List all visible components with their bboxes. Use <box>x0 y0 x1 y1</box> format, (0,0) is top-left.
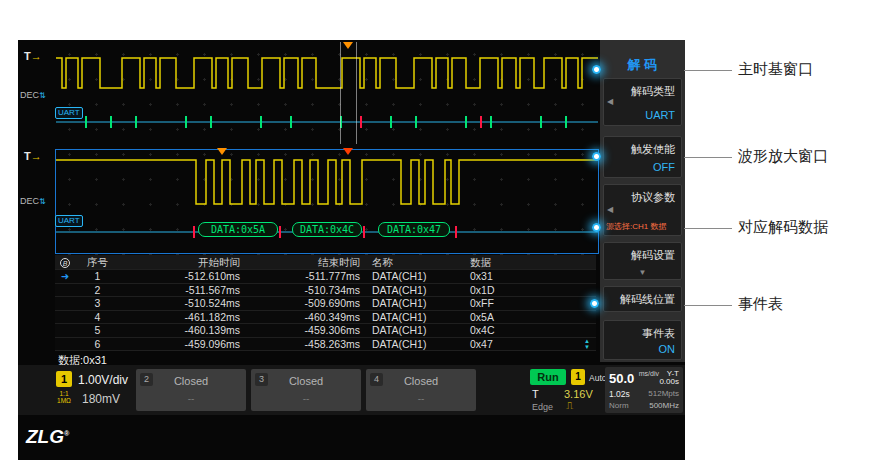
event-table-row[interactable]: 3-510.524ms-509.690msDATA(CH1)0xFF <box>55 297 596 311</box>
column-header: 结束时间 <box>248 255 368 269</box>
updown-icon: ⇅ <box>39 197 46 206</box>
channel-state-label: Closed <box>251 375 361 387</box>
sweep-mode-label: Auto <box>589 373 607 383</box>
menu-item-6[interactable]: 事件表ON <box>603 320 682 360</box>
updown-icon: ⇅ <box>39 91 46 100</box>
decode-bubble: DATA:0x5A <box>198 222 278 237</box>
trigger-arrow-icon: → <box>31 50 42 62</box>
menu-item-4[interactable]: 解码设置▼ <box>603 242 682 280</box>
zoom-region-left-line <box>340 42 341 144</box>
column-header: 序号 <box>75 255 120 269</box>
oscilloscope-screen: DATA:0x5ADATA:0x4CDATA:0x47 T→ DEC⇅ UART… <box>18 40 685 460</box>
event-table-row[interactable]: ➜1-512.610ms-511.777msDATA(CH1)0x31 <box>55 270 596 284</box>
dropdown-arrow-icon: ▼ <box>604 268 681 277</box>
status-bar: 1 1.00V/div 1:11MΩ 180mV 2Closed--3Close… <box>18 365 685 415</box>
callout-line <box>684 228 732 229</box>
decode-channel-label-zoom: DEC⇅ <box>20 196 46 206</box>
bus-icon: B <box>60 258 70 268</box>
event-table: B序号开始时间结束时间名称数据➜1-512.610ms-511.777msDAT… <box>55 255 596 351</box>
table-cell: 0x31 <box>466 270 596 283</box>
table-cell: 4 <box>75 311 120 324</box>
trigger-arrow-icon: → <box>31 150 42 162</box>
table-cell: -511.777ms <box>248 270 368 283</box>
table-cell: DATA(CH1) <box>368 270 466 283</box>
callout-label: 事件表 <box>738 295 783 314</box>
trigger-t-label: T <box>532 388 539 400</box>
menu-item-label: 触发使能 <box>631 142 675 157</box>
trigger-position-marker-icon[interactable] <box>343 42 353 49</box>
menu-item-2[interactable]: 触发使能OFF <box>603 136 682 178</box>
table-scroll-icon[interactable]: ▲▼ <box>584 338 590 350</box>
channel-value: -- <box>251 393 361 404</box>
callout-dot-main-window <box>592 65 601 74</box>
trigger-indicator-main: T→ <box>24 50 42 62</box>
channel-4-block[interactable]: 4Closed-- <box>366 369 476 411</box>
callout-label: 对应解码数据 <box>738 218 828 237</box>
table-cell: 6 <box>75 338 120 351</box>
column-header: 开始时间 <box>120 255 248 269</box>
callout-dot-decode-data <box>592 223 601 232</box>
table-cell: -510.734ms <box>248 284 368 297</box>
event-table-header: B序号开始时间结束时间名称数据 <box>55 255 596 270</box>
event-table-row[interactable]: 2-511.567ms-510.734msDATA(CH1)0x1D <box>55 284 596 298</box>
callout-dot-zoom-window <box>592 152 601 161</box>
column-header: 名称 <box>368 255 466 269</box>
channel-1-probe-label: 1:11MΩ <box>54 390 74 404</box>
callout-line <box>684 70 732 71</box>
channel-state-label: Closed <box>366 375 476 387</box>
zoom-trigger-position-marker-icon[interactable] <box>343 148 353 155</box>
ch1-waveform-trace <box>56 58 598 88</box>
menu-item-label: 协议参数 <box>631 190 675 205</box>
callout-label: 波形放大窗口 <box>738 147 828 166</box>
table-cell: -459.096ms <box>120 338 248 351</box>
table-cell: 0x1D <box>466 284 596 297</box>
selected-row-arrow-icon: ➜ <box>61 271 69 282</box>
table-cell: 1 <box>75 270 120 283</box>
menu-item-label: 解码类型 <box>631 84 675 99</box>
event-table-row[interactable]: 4-461.182ms-460.349msDATA(CH1)0x5A <box>55 311 596 325</box>
trigger-indicator-zoom: T→ <box>24 150 42 162</box>
zoom-region-right-line <box>356 42 357 144</box>
timebase-block[interactable]: 50.0 ms/div Y-T0.00s 1.02s512Mpts Norm50… <box>605 367 683 413</box>
chevron-left-icon: ◀ <box>607 205 613 214</box>
table-cell: 2 <box>75 284 120 297</box>
decode-bubble: DATA:0x4C <box>292 222 362 237</box>
zoom-waveform-window <box>56 150 598 253</box>
decode-channel-label-main: DEC⇅ <box>20 90 46 100</box>
column-header: 数据 <box>466 255 596 269</box>
channel-2-block[interactable]: 2Closed-- <box>136 369 246 411</box>
table-cell: -509.690ms <box>248 297 368 310</box>
trigger-level-value: 3.16V <box>564 388 593 400</box>
menu-item-3[interactable]: ◀协议参数源选择:CH1 数据 <box>603 184 682 236</box>
menu-item-5[interactable]: 解码线位置 <box>603 286 682 312</box>
annotated-oscilloscope-figure: DATA:0x5ADATA:0x4CDATA:0x47 T→ DEC⇅ UART… <box>0 0 890 475</box>
zoom-trigger-level-marker-icon[interactable] <box>217 148 227 155</box>
table-cell: 0x5A <box>466 311 596 324</box>
callout-label: 主时基窗口 <box>738 60 813 79</box>
callout-line <box>684 157 732 158</box>
trigger-type-label: Edge <box>532 402 553 412</box>
uart-bus-badge-main: UART <box>55 107 83 119</box>
table-cell: -458.263ms <box>248 338 368 351</box>
chevron-left-icon: ◀ <box>607 97 613 106</box>
table-cell: -460.349ms <box>248 311 368 324</box>
display-mode-delay: Y-T0.00s <box>659 370 679 386</box>
acquisition-time-row: 1.02s512Mpts <box>609 389 679 399</box>
table-cell: -510.524ms <box>120 297 248 310</box>
table-cell: DATA(CH1) <box>368 297 466 310</box>
channel-1-scale: 1.00V/div <box>78 373 128 387</box>
table-cell: 0x4C <box>466 324 596 337</box>
run-state-badge: Run <box>530 369 566 385</box>
menu-item-1[interactable]: ◀解码类型UART <box>603 78 682 126</box>
channel-1-badge: 1 <box>56 371 72 387</box>
channel-3-block[interactable]: 3Closed-- <box>251 369 361 411</box>
menu-item-value: OFF <box>653 161 675 173</box>
channel-1-offset: 180mV <box>82 392 120 406</box>
event-table-row[interactable]: 5-460.139ms-459.306msDATA(CH1)0x4C <box>55 324 596 338</box>
main-timebase-window <box>56 42 598 146</box>
event-table-row[interactable]: 6-459.096ms-458.263msDATA(CH1)0x47 <box>55 338 596 352</box>
table-cell: DATA(CH1) <box>368 284 466 297</box>
menu-item-value: ON <box>659 343 676 355</box>
callout-line <box>684 305 732 306</box>
menu-item-label: 事件表 <box>642 326 675 341</box>
